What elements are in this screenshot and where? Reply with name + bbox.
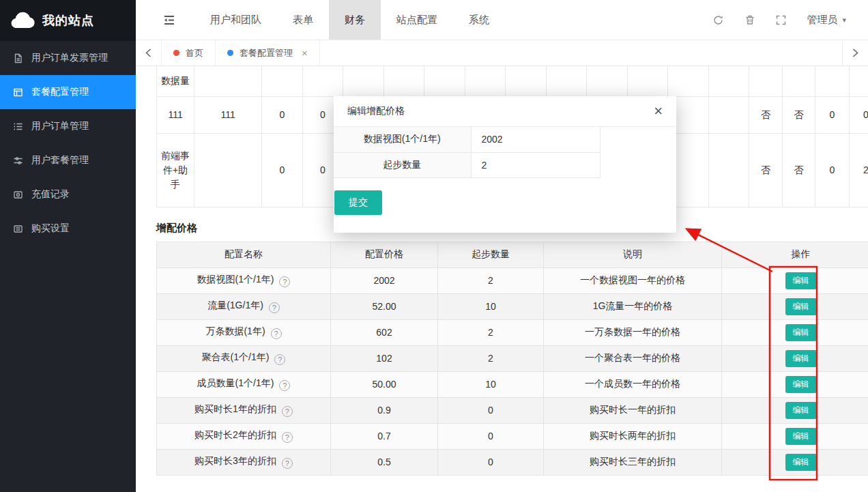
description-cell: 一个聚合表一年的价格	[544, 345, 722, 371]
tab-bar: 首页 套餐配置管理 ×	[136, 40, 868, 66]
start-qty-cell: 2	[438, 267, 544, 293]
action-cell: 编辑	[722, 371, 868, 397]
config-name: 购买时长3年的折扣	[194, 455, 276, 466]
tabs-scroll-right[interactable]	[842, 40, 868, 66]
cell: 否	[782, 133, 815, 207]
field-value-input[interactable]: 2	[471, 152, 600, 177]
cell: 否	[749, 96, 782, 133]
package-config-icon	[12, 87, 23, 98]
help-icon[interactable]: ?	[279, 276, 290, 287]
cell: 0	[815, 96, 849, 133]
site-title: 我的站点	[42, 12, 94, 29]
form-row: 起步数量 2	[334, 152, 600, 177]
close-icon[interactable]: ×	[654, 104, 663, 119]
tab-dot-icon	[173, 50, 179, 56]
table-header-row: 配置名称 配置价格 起步数量 说明 操作	[157, 242, 868, 267]
table-row: 聚合表(1个/1年)? 102 2 一个聚合表一年的价格 编辑	[157, 345, 868, 371]
description-cell: 购买时长一年的折扣	[544, 397, 722, 423]
config-name-cell: 万条数据(1年)?	[157, 319, 331, 345]
field-label: 起步数量	[334, 152, 471, 177]
nav-item-forms[interactable]: 表单	[277, 0, 329, 40]
purchase-settings-icon	[12, 224, 23, 234]
cell	[465, 66, 505, 96]
recharge-record-icon	[12, 190, 23, 200]
sidebar-item-package-config[interactable]: 套餐配置管理	[0, 75, 136, 109]
tabs-scroll-left[interactable]	[136, 40, 162, 66]
help-icon[interactable]: ?	[271, 328, 282, 339]
table-row: 流量(1G/1年)? 52.00 10 1G流量一年的价格 编辑	[157, 293, 868, 319]
config-price-cell: 50.00	[331, 371, 438, 397]
tab-home[interactable]: 首页	[162, 40, 216, 66]
start-qty-cell: 2	[438, 319, 544, 345]
config-name-cell: 购买时长2年的折扣?	[157, 423, 331, 449]
config-price-cell: 0.9	[331, 397, 438, 423]
description-cell: 一个成员数一年的价格	[544, 371, 722, 397]
cell: 否	[782, 96, 815, 133]
help-icon[interactable]: ?	[282, 406, 293, 417]
refresh-icon[interactable]	[712, 14, 724, 26]
cell	[194, 66, 262, 96]
submit-button[interactable]: 提交	[334, 190, 382, 215]
sidebar-item-label: 购买设置	[31, 222, 70, 235]
table-row: 成员数量(1个/1年)? 50.00 10 一个成员数一年的价格 编辑	[157, 371, 868, 397]
nav-item-users-teams[interactable]: 用户和团队	[194, 0, 277, 40]
edit-button[interactable]: 编辑	[785, 376, 817, 393]
column-header: 操作	[722, 242, 868, 267]
help-icon[interactable]: ?	[282, 458, 293, 469]
cell	[343, 66, 384, 96]
table-row: 数据视图(1个/1年)? 2002 2 一个数据视图一年的价格 编辑	[157, 267, 868, 293]
cell: 111	[157, 96, 194, 133]
edit-button[interactable]: 编辑	[785, 324, 817, 341]
action-cell: 编辑	[722, 449, 868, 475]
sidebar-toggle-icon[interactable]	[136, 0, 194, 40]
cell	[849, 66, 868, 96]
close-icon[interactable]: ×	[302, 47, 308, 59]
cell	[384, 66, 424, 96]
edit-button[interactable]: 编辑	[785, 454, 817, 471]
cell	[815, 66, 849, 96]
form-row: 数据视图(1个/1年) 2002	[334, 127, 600, 152]
help-icon[interactable]: ?	[274, 354, 285, 365]
config-name-cell: 数据视图(1个/1年)?	[157, 267, 331, 293]
order-list-icon	[12, 121, 23, 132]
sidebar-item-recharge-records[interactable]: 充值记录	[0, 177, 136, 212]
edit-button[interactable]: 编辑	[785, 350, 817, 367]
user-menu[interactable]: 管理员 ▾	[807, 14, 846, 27]
column-header: 起步数量	[438, 242, 544, 267]
cell	[194, 133, 262, 207]
sidebar-item-user-orders[interactable]: 用户订单管理	[0, 109, 136, 143]
edit-button[interactable]: 编辑	[785, 402, 817, 419]
cell	[708, 66, 749, 96]
config-name-cell: 流量(1G/1年)?	[157, 293, 331, 319]
tab-package-config[interactable]: 套餐配置管理 ×	[216, 40, 320, 66]
sidebar-item-user-packages[interactable]: 用户套餐管理	[0, 143, 136, 177]
tab-dot-icon	[227, 50, 233, 56]
help-icon[interactable]: ?	[279, 380, 290, 391]
cell	[424, 66, 465, 96]
cell	[708, 133, 749, 207]
nav-item-finance[interactable]: 财务	[329, 0, 381, 40]
nav-item-site-config[interactable]: 站点配置	[381, 0, 453, 40]
config-name: 购买时长1年的折扣	[194, 403, 276, 414]
logo: 我的站点	[0, 0, 136, 41]
table-row: 数据量	[157, 66, 868, 96]
cell	[782, 66, 815, 96]
field-value-input[interactable]: 2002	[471, 127, 600, 152]
edit-button[interactable]: 编辑	[785, 272, 817, 289]
sidebar-item-invoice-management[interactable]: 用户订单发票管理	[0, 41, 136, 75]
edit-button[interactable]: 编辑	[785, 428, 817, 445]
help-icon[interactable]: ?	[282, 432, 293, 443]
config-price-cell: 0.5	[331, 449, 438, 475]
sidebar-item-purchase-settings[interactable]: 购买设置	[0, 212, 136, 246]
action-cell: 编辑	[722, 397, 868, 423]
invoice-icon	[12, 53, 23, 63]
navbar-actions: 管理员 ▾	[712, 0, 868, 40]
description-cell: 购买时长两年的折扣	[544, 423, 722, 449]
edit-button[interactable]: 编辑	[785, 298, 817, 315]
fullscreen-icon[interactable]	[776, 15, 786, 25]
help-icon[interactable]: ?	[269, 302, 280, 313]
cell	[708, 96, 749, 133]
trash-icon[interactable]	[744, 14, 755, 25]
table-row: 购买时长3年的折扣? 0.5 0 购买时长三年的折扣 编辑	[157, 449, 868, 475]
nav-item-system[interactable]: 系统	[453, 0, 505, 40]
